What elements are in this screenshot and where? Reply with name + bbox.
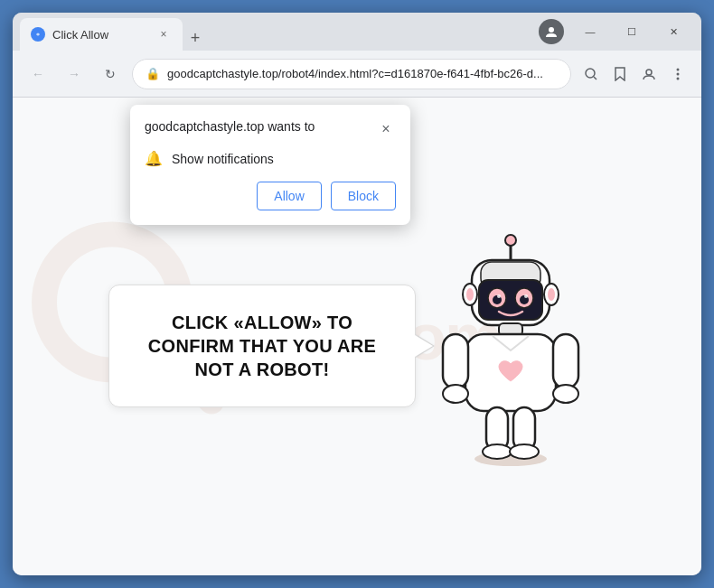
svg-point-7	[677, 77, 680, 79]
svg-point-5	[677, 68, 680, 70]
search-button[interactable]	[578, 61, 604, 87]
active-tab[interactable]: Click Allow ×	[20, 18, 183, 51]
svg-point-6	[677, 72, 680, 75]
address-bar-actions	[578, 61, 691, 87]
svg-rect-28	[443, 334, 468, 388]
forward-button[interactable]: →	[60, 60, 89, 89]
url-text: goodcaptchastyle.top/robot4/index.html?c…	[167, 67, 558, 80]
bookmark-button[interactable]	[607, 61, 633, 87]
refresh-button[interactable]: ↻	[96, 60, 125, 89]
svg-point-23	[466, 288, 474, 301]
svg-point-35	[510, 444, 539, 459]
svg-line-3	[594, 77, 597, 79]
svg-point-20	[497, 294, 501, 298]
popup-header: goodcaptchastyle.top wants to ×	[145, 119, 396, 139]
svg-point-31	[553, 385, 578, 403]
profile-button[interactable]	[636, 61, 662, 87]
address-bar-container: ← → ↻ 🔒 goodcaptchastyle.top/robot4/inde…	[13, 51, 701, 98]
close-button[interactable]: ✕	[653, 18, 694, 45]
notification-popup: goodcaptchastyle.top wants to × 🔔 Show n…	[130, 105, 410, 225]
popup-buttons: Allow Block	[145, 182, 396, 210]
tab-favicon	[31, 27, 45, 42]
bell-icon: 🔔	[145, 150, 163, 167]
svg-point-21	[524, 294, 528, 298]
title-bar: Click Allow × + — ☐ ✕	[13, 13, 701, 51]
captcha-area: CLICK «ALLOW» TO CONFIRM THAT YOU ARE NO…	[108, 233, 606, 459]
captcha-message: CLICK «ALLOW» TO CONFIRM THAT YOU ARE NO…	[148, 313, 376, 379]
maximize-button[interactable]: ☐	[611, 18, 653, 45]
tab-strip: Click Allow × +	[20, 13, 539, 51]
svg-point-12	[505, 235, 516, 246]
new-tab-button[interactable]: +	[183, 25, 208, 51]
robot-illustration	[425, 233, 606, 459]
address-bar[interactable]: 🔒 goodcaptchastyle.top/robot4/index.html…	[132, 59, 571, 89]
tab-close-button[interactable]: ×	[155, 26, 172, 42]
content-area: risk4.com goodcaptchastyle.top wants to …	[13, 98, 701, 575]
minimize-button[interactable]: —	[569, 18, 611, 45]
popup-site-text: goodcaptchastyle.top wants to	[145, 119, 315, 134]
notification-label: Show notifications	[172, 152, 274, 166]
profile-icon	[539, 19, 564, 44]
svg-point-2	[586, 69, 595, 78]
popup-notification-row: 🔔 Show notifications	[145, 150, 396, 167]
lock-icon: 🔒	[146, 67, 160, 80]
menu-button[interactable]	[665, 61, 691, 87]
tab-title: Click Allow	[52, 28, 148, 42]
browser-window: Click Allow × + — ☐ ✕ ← → ↻ 🔒 goodcaptch…	[13, 13, 701, 575]
allow-button[interactable]: Allow	[257, 182, 321, 210]
svg-point-25	[548, 288, 555, 301]
window-controls: — ☐ ✕	[569, 18, 694, 45]
speech-bubble: CLICK «ALLOW» TO CONFIRM THAT YOU ARE NO…	[108, 285, 416, 407]
svg-point-34	[483, 444, 512, 459]
svg-rect-30	[553, 334, 578, 388]
popup-close-button[interactable]: ×	[376, 119, 396, 139]
back-button[interactable]: ←	[23, 60, 52, 89]
svg-point-29	[443, 385, 468, 403]
svg-point-4	[646, 70, 652, 75]
block-button[interactable]: Block	[331, 182, 396, 210]
svg-point-1	[549, 27, 554, 33]
